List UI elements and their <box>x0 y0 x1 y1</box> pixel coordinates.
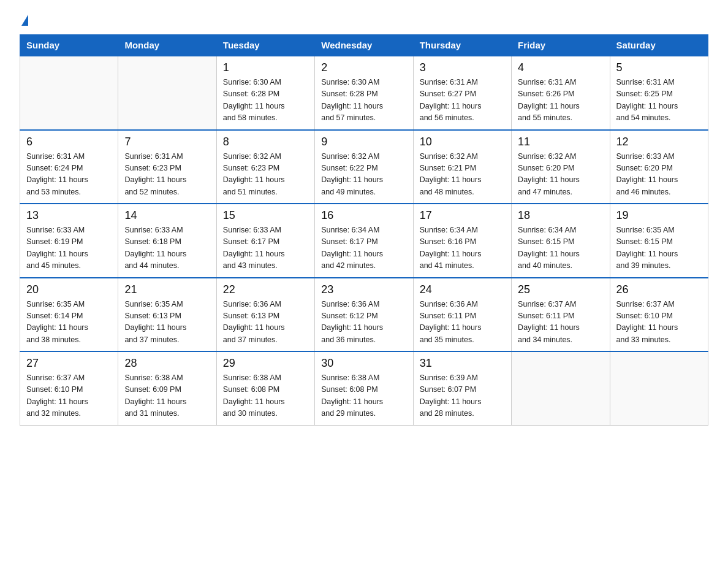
calendar-cell: 14Sunrise: 6:33 AM Sunset: 6:18 PM Dayli… <box>118 204 216 278</box>
day-info: Sunrise: 6:36 AM Sunset: 6:11 PM Dayligh… <box>420 299 505 347</box>
day-info: Sunrise: 6:36 AM Sunset: 6:13 PM Dayligh… <box>223 299 308 347</box>
day-number: 9 <box>321 136 406 148</box>
calendar-cell: 25Sunrise: 6:37 AM Sunset: 6:11 PM Dayli… <box>512 278 610 352</box>
day-number: 25 <box>518 283 603 296</box>
day-number: 17 <box>420 209 505 222</box>
day-info: Sunrise: 6:34 AM Sunset: 6:16 PM Dayligh… <box>420 224 505 272</box>
day-number: 31 <box>420 357 505 370</box>
calendar-cell: 9Sunrise: 6:32 AM Sunset: 6:22 PM Daylig… <box>315 130 413 204</box>
day-number: 18 <box>518 209 603 222</box>
logo <box>20 15 28 26</box>
day-number: 27 <box>26 357 112 370</box>
calendar-cell: 11Sunrise: 6:32 AM Sunset: 6:20 PM Dayli… <box>512 130 610 204</box>
weekday-header-tuesday: Tuesday <box>216 35 314 56</box>
day-number: 23 <box>321 283 406 296</box>
calendar-cell <box>118 56 216 130</box>
calendar-table: SundayMondayTuesdayWednesdayThursdayFrid… <box>20 34 708 426</box>
day-info: Sunrise: 6:32 AM Sunset: 6:21 PM Dayligh… <box>420 151 505 199</box>
day-info: Sunrise: 6:31 AM Sunset: 6:25 PM Dayligh… <box>616 77 702 124</box>
day-info: Sunrise: 6:33 AM Sunset: 6:20 PM Dayligh… <box>616 151 702 199</box>
calendar-cell: 6Sunrise: 6:31 AM Sunset: 6:24 PM Daylig… <box>20 130 118 204</box>
calendar-cell: 3Sunrise: 6:31 AM Sunset: 6:27 PM Daylig… <box>413 56 511 130</box>
day-info: Sunrise: 6:35 AM Sunset: 6:13 PM Dayligh… <box>124 299 210 347</box>
weekday-header-sunday: Sunday <box>20 35 118 56</box>
day-info: Sunrise: 6:32 AM Sunset: 6:23 PM Dayligh… <box>223 151 308 199</box>
calendar-cell: 29Sunrise: 6:38 AM Sunset: 6:08 PM Dayli… <box>216 351 314 425</box>
logo-triangle-icon <box>21 15 28 26</box>
day-info: Sunrise: 6:34 AM Sunset: 6:15 PM Dayligh… <box>518 224 603 272</box>
calendar-week-row: 27Sunrise: 6:37 AM Sunset: 6:10 PM Dayli… <box>20 351 708 425</box>
day-info: Sunrise: 6:31 AM Sunset: 6:24 PM Dayligh… <box>26 151 112 199</box>
day-number: 14 <box>124 209 210 222</box>
day-info: Sunrise: 6:31 AM Sunset: 6:27 PM Dayligh… <box>420 77 505 124</box>
day-info: Sunrise: 6:38 AM Sunset: 6:08 PM Dayligh… <box>321 372 406 420</box>
calendar-cell: 23Sunrise: 6:36 AM Sunset: 6:12 PM Dayli… <box>315 278 413 352</box>
day-number: 19 <box>616 209 702 222</box>
day-info: Sunrise: 6:36 AM Sunset: 6:12 PM Dayligh… <box>321 299 406 347</box>
calendar-cell: 18Sunrise: 6:34 AM Sunset: 6:15 PM Dayli… <box>512 204 610 278</box>
day-info: Sunrise: 6:31 AM Sunset: 6:23 PM Dayligh… <box>124 151 210 199</box>
weekday-header-row: SundayMondayTuesdayWednesdayThursdayFrid… <box>20 35 708 56</box>
day-info: Sunrise: 6:38 AM Sunset: 6:08 PM Dayligh… <box>223 372 308 420</box>
calendar-cell: 24Sunrise: 6:36 AM Sunset: 6:11 PM Dayli… <box>413 278 511 352</box>
weekday-header-friday: Friday <box>512 35 610 56</box>
day-info: Sunrise: 6:39 AM Sunset: 6:07 PM Dayligh… <box>420 372 505 420</box>
calendar-cell: 26Sunrise: 6:37 AM Sunset: 6:10 PM Dayli… <box>610 278 708 352</box>
day-number: 30 <box>321 357 406 370</box>
day-number: 5 <box>616 61 702 74</box>
day-info: Sunrise: 6:38 AM Sunset: 6:09 PM Dayligh… <box>124 372 210 420</box>
day-number: 11 <box>518 136 603 148</box>
calendar-cell <box>610 351 708 425</box>
day-number: 26 <box>616 283 702 296</box>
day-number: 24 <box>420 283 505 296</box>
calendar-cell: 17Sunrise: 6:34 AM Sunset: 6:16 PM Dayli… <box>413 204 511 278</box>
calendar-cell: 28Sunrise: 6:38 AM Sunset: 6:09 PM Dayli… <box>118 351 216 425</box>
calendar-cell: 22Sunrise: 6:36 AM Sunset: 6:13 PM Dayli… <box>216 278 314 352</box>
day-number: 1 <box>223 61 308 74</box>
day-info: Sunrise: 6:35 AM Sunset: 6:14 PM Dayligh… <box>26 299 112 347</box>
calendar-cell: 31Sunrise: 6:39 AM Sunset: 6:07 PM Dayli… <box>413 351 511 425</box>
day-info: Sunrise: 6:37 AM Sunset: 6:10 PM Dayligh… <box>616 299 702 347</box>
day-info: Sunrise: 6:33 AM Sunset: 6:18 PM Dayligh… <box>124 224 210 272</box>
calendar-cell: 8Sunrise: 6:32 AM Sunset: 6:23 PM Daylig… <box>216 130 314 204</box>
calendar-cell: 2Sunrise: 6:30 AM Sunset: 6:28 PM Daylig… <box>315 56 413 130</box>
calendar-cell: 7Sunrise: 6:31 AM Sunset: 6:23 PM Daylig… <box>118 130 216 204</box>
calendar-cell: 4Sunrise: 6:31 AM Sunset: 6:26 PM Daylig… <box>512 56 610 130</box>
day-number: 29 <box>223 357 308 370</box>
day-number: 22 <box>223 283 308 296</box>
calendar-cell <box>20 56 118 130</box>
day-number: 10 <box>420 136 505 148</box>
calendar-cell: 13Sunrise: 6:33 AM Sunset: 6:19 PM Dayli… <box>20 204 118 278</box>
calendar-week-row: 6Sunrise: 6:31 AM Sunset: 6:24 PM Daylig… <box>20 130 708 204</box>
day-number: 28 <box>124 357 210 370</box>
day-info: Sunrise: 6:33 AM Sunset: 6:17 PM Dayligh… <box>223 224 308 272</box>
day-info: Sunrise: 6:31 AM Sunset: 6:26 PM Dayligh… <box>518 77 603 124</box>
day-number: 16 <box>321 209 406 222</box>
calendar-week-row: 20Sunrise: 6:35 AM Sunset: 6:14 PM Dayli… <box>20 278 708 352</box>
day-info: Sunrise: 6:32 AM Sunset: 6:22 PM Dayligh… <box>321 151 406 199</box>
day-number: 20 <box>26 283 112 296</box>
weekday-header-wednesday: Wednesday <box>315 35 413 56</box>
day-number: 4 <box>518 61 603 74</box>
calendar-cell: 30Sunrise: 6:38 AM Sunset: 6:08 PM Dayli… <box>315 351 413 425</box>
day-number: 13 <box>26 209 112 222</box>
day-info: Sunrise: 6:34 AM Sunset: 6:17 PM Dayligh… <box>321 224 406 272</box>
weekday-header-saturday: Saturday <box>610 35 708 56</box>
day-info: Sunrise: 6:33 AM Sunset: 6:19 PM Dayligh… <box>26 224 112 272</box>
weekday-header-monday: Monday <box>118 35 216 56</box>
calendar-cell: 20Sunrise: 6:35 AM Sunset: 6:14 PM Dayli… <box>20 278 118 352</box>
day-number: 12 <box>616 136 702 148</box>
day-number: 2 <box>321 61 406 74</box>
day-info: Sunrise: 6:37 AM Sunset: 6:10 PM Dayligh… <box>26 372 112 420</box>
weekday-header-thursday: Thursday <box>413 35 511 56</box>
calendar-cell: 16Sunrise: 6:34 AM Sunset: 6:17 PM Dayli… <box>315 204 413 278</box>
day-number: 21 <box>124 283 210 296</box>
day-info: Sunrise: 6:30 AM Sunset: 6:28 PM Dayligh… <box>321 77 406 124</box>
calendar-cell: 10Sunrise: 6:32 AM Sunset: 6:21 PM Dayli… <box>413 130 511 204</box>
calendar-week-row: 1Sunrise: 6:30 AM Sunset: 6:28 PM Daylig… <box>20 56 708 130</box>
calendar-cell: 1Sunrise: 6:30 AM Sunset: 6:28 PM Daylig… <box>216 56 314 130</box>
day-info: Sunrise: 6:32 AM Sunset: 6:20 PM Dayligh… <box>518 151 603 199</box>
calendar-cell <box>512 351 610 425</box>
day-number: 6 <box>26 136 112 148</box>
calendar-cell: 21Sunrise: 6:35 AM Sunset: 6:13 PM Dayli… <box>118 278 216 352</box>
